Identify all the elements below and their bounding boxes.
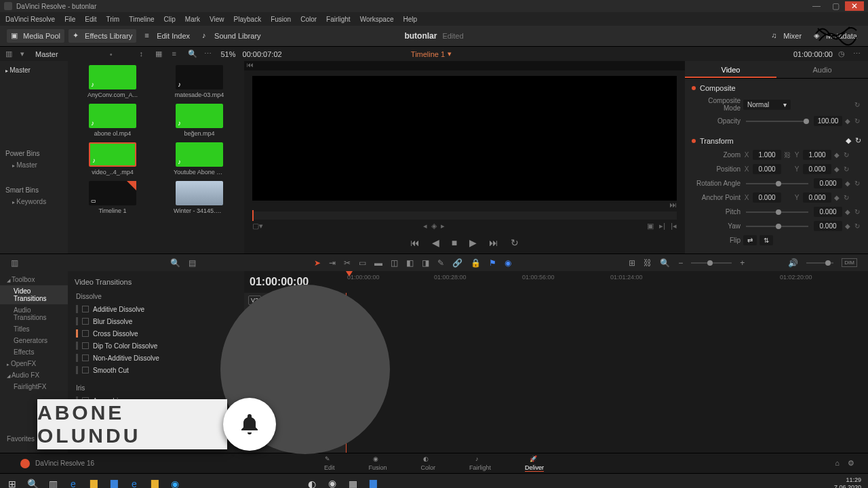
first-frame-icon[interactable]: ⏮ — [410, 237, 420, 248]
viewer-canvas[interactable] — [252, 76, 677, 201]
reset-icon[interactable]: ↻ — [844, 151, 850, 159]
lock-icon[interactable]: 🔒 — [471, 258, 481, 268]
editindex-button[interactable]: ≡Edit Index — [140, 29, 194, 43]
volume-icon[interactable]: 🔊 — [788, 258, 798, 268]
zoom-x-value[interactable]: 1.000 — [753, 150, 781, 160]
menu-trim[interactable]: Trim — [106, 16, 120, 23]
scrub-bar[interactable] — [252, 211, 677, 220]
timeline-opts-icon[interactable]: ▤ — [189, 258, 196, 268]
mediapool-button[interactable]: ▣Media Pool — [7, 29, 64, 43]
taskbar-app-ie[interactable]: e — [125, 476, 144, 489]
pitch-value[interactable]: 0.000 — [814, 207, 842, 217]
jump-end-icon[interactable]: ⏭ — [669, 201, 677, 209]
reset-icon[interactable]: ↻ — [854, 222, 861, 230]
dim-button[interactable]: DIM — [842, 258, 857, 267]
keyframe-icon[interactable]: ◆ — [845, 208, 852, 216]
clip-thumbnail[interactable]: ♪AnyConv.com_A... — [72, 65, 153, 98]
last-frame-icon[interactable]: ⏭ — [489, 237, 498, 248]
autoselect-icon[interactable]: ◻ — [260, 308, 270, 316]
taskbar-app-sticky[interactable]: ▇ — [145, 476, 164, 489]
menu-file[interactable]: File — [64, 16, 75, 23]
enable-dot-icon[interactable] — [692, 139, 696, 143]
prev-edit-icon[interactable]: ◂ — [423, 222, 427, 230]
close-button[interactable]: ✕ — [845, 1, 864, 11]
selection-tool-icon[interactable]: ➤ — [314, 258, 321, 268]
timeline-timecode[interactable]: 01:00:00:00 — [250, 276, 309, 287]
snap-icon[interactable]: ⊞ — [629, 258, 635, 268]
taskbar-app-explorer[interactable]: ▇ — [84, 476, 103, 489]
fx-item[interactable]: Cross Dissolve — [72, 327, 240, 340]
taskbar-app[interactable]: ▇ — [363, 476, 382, 489]
gear-icon[interactable]: ⚙ — [848, 459, 854, 468]
reset-icon[interactable]: ↻ — [854, 208, 861, 216]
next-clip-icon[interactable]: ▸| — [659, 222, 665, 230]
clip-thumbnail[interactable]: Winter - 34145.mp4 — [159, 181, 240, 214]
yaw-slider[interactable] — [746, 226, 808, 227]
stop-icon[interactable]: ■ — [452, 237, 457, 248]
page-fusion[interactable]: ◉Fusion — [368, 455, 387, 471]
fx-cat-openfx[interactable]: OpenFX — [0, 358, 68, 369]
anchor-y-value[interactable]: 0.000 — [803, 192, 831, 203]
reset-icon[interactable]: ↻ — [855, 136, 861, 145]
fx-cat-toolbox[interactable]: Toolbox — [0, 274, 68, 285]
taskbar-app-player[interactable]: ◉ — [165, 476, 184, 489]
page-edit[interactable]: ✎Edit — [324, 455, 335, 471]
link-icon[interactable]: 🔗 — [452, 258, 462, 268]
home-icon[interactable]: ⌂ — [835, 459, 840, 468]
menu-edit[interactable]: Edit — [85, 16, 96, 23]
play-around-icon[interactable]: ◈ — [431, 222, 437, 230]
master-bin[interactable]: Master — [5, 65, 62, 75]
next-edit-icon[interactable]: ▸ — [441, 222, 445, 230]
taskbar-app-edge[interactable]: e — [64, 476, 83, 489]
mixer-button[interactable]: ♫Mixer — [767, 29, 806, 43]
reset-icon[interactable]: ↻ — [844, 165, 850, 173]
taskbar-app[interactable]: ▦ — [343, 476, 362, 489]
maximize-button[interactable]: ▢ — [826, 1, 845, 11]
clip-thumbnail[interactable]: ♪Youtube Abone O... — [159, 142, 240, 176]
enable-icon[interactable]: ◻ — [273, 308, 282, 316]
marker-icon[interactable]: ✎ — [437, 258, 444, 268]
list-icon[interactable]: ≡ — [172, 49, 181, 59]
keyframe-icon[interactable]: ◆ — [834, 194, 841, 201]
timeline-ruler[interactable]: 01:00:00:00 01:00:28:00 01:00:56:00 01:0… — [346, 271, 868, 293]
position-x-value[interactable]: 0.000 — [753, 164, 781, 174]
autoselect-icon[interactable]: ◻ — [260, 339, 270, 347]
smartbin-keywords[interactable]: Keywords — [5, 197, 62, 207]
fx-cat-generators[interactable]: Generators — [0, 335, 68, 346]
flag-icon[interactable]: ⚑ — [489, 258, 496, 268]
reset-icon[interactable]: ↻ — [854, 180, 861, 187]
fx-cat-favorites[interactable]: Favorites — [0, 433, 68, 445]
track-header-v1[interactable]: V1Video 1 🔒◻◻ — [244, 324, 346, 355]
fit-tool-icon[interactable]: ◧ — [406, 258, 414, 268]
fx-cat-effects[interactable]: Effects — [0, 346, 68, 358]
anchor-x-value[interactable]: 0.000 — [753, 192, 781, 203]
transform-header[interactable]: Transform◆↻ — [692, 134, 861, 148]
minimize-button[interactable]: — — [807, 1, 826, 11]
volume-slider[interactable] — [806, 262, 833, 264]
track-badge[interactable]: V2 — [248, 296, 261, 305]
zoom-in-icon[interactable]: + — [740, 258, 745, 268]
play-reverse-icon[interactable]: ◀ — [432, 237, 439, 248]
taskbar-app-resolve[interactable]: ◉ — [323, 476, 342, 489]
menu-fairlight[interactable]: Fairlight — [326, 16, 351, 23]
zoom-icon[interactable]: 🔍 — [660, 258, 670, 268]
fx-item[interactable]: Additive Dissolve — [72, 303, 240, 315]
menu-mark[interactable]: Mark — [185, 16, 200, 23]
fx-cat-audio-transitions[interactable]: Audio Transitions — [0, 304, 68, 323]
taskbar-app-explorer[interactable]: ▇ — [104, 476, 123, 489]
fx-cat-audiofx[interactable]: Audio FX — [0, 369, 68, 381]
menu-clip[interactable]: Clip — [164, 16, 176, 23]
page-color[interactable]: ◐Color — [420, 455, 435, 471]
clip-thumbnail[interactable]: ♪beğen.mp4 — [159, 104, 240, 137]
enable-icon[interactable]: ◻ — [273, 339, 282, 347]
timeline-clips[interactable]: video... video... — [346, 293, 868, 453]
audio-clip[interactable] — [346, 367, 366, 394]
menu-workspace[interactable]: Workspace — [360, 16, 394, 23]
taskbar-app[interactable]: ◐ — [302, 476, 321, 489]
fx-item[interactable]: Dip To Color Dissolve — [72, 340, 240, 352]
start-button[interactable]: ⊞ — [3, 476, 22, 489]
zoom-slider[interactable] — [691, 262, 732, 264]
rotation-slider[interactable] — [746, 183, 808, 184]
bin-breadcrumb[interactable]: Master — [35, 50, 58, 58]
keyframe-icon[interactable]: ◆ — [845, 180, 852, 187]
